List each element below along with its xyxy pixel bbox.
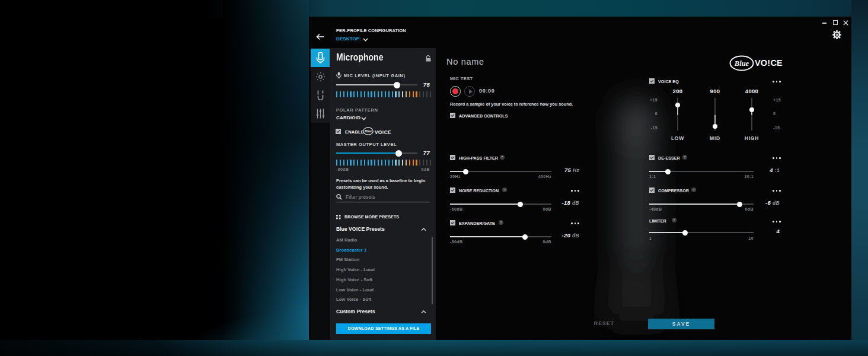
svg-text:Blue: Blue [364, 129, 372, 133]
svg-text:Blue: Blue [734, 59, 749, 68]
